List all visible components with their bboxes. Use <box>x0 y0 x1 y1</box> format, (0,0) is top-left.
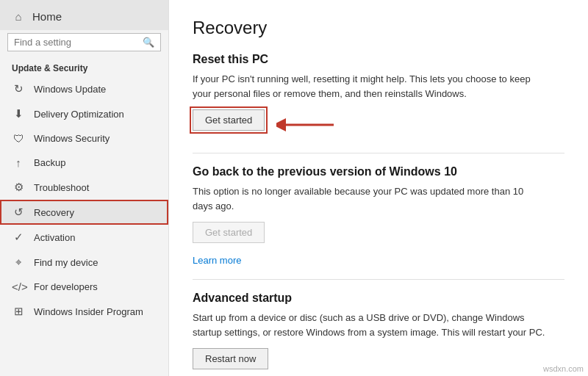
sidebar-item-for-developers[interactable]: </> For developers <box>0 275 168 299</box>
advanced-startup-title: Advanced startup <box>193 292 564 305</box>
home-icon: ⌂ <box>12 10 25 23</box>
windows-insider-icon: ⊞ <box>12 305 25 318</box>
sidebar-item-delivery-optimization[interactable]: ⬇ Delivery Optimization <box>0 101 168 126</box>
red-arrow-icon <box>276 114 335 138</box>
sidebar-item-windows-security[interactable]: 🛡 Windows Security <box>0 126 168 151</box>
sidebar-item-label: Troubleshoot <box>34 182 89 193</box>
sidebar: ⌂ Home 🔍 Update & Security ↻ Windows Upd… <box>0 0 169 376</box>
go-back-desc: This option is no longer available becau… <box>193 184 545 213</box>
advanced-startup-section: Advanced startup Start up from a device … <box>193 292 564 376</box>
advanced-startup-desc: Start up from a device or disc (such as … <box>193 311 545 339</box>
delivery-optimization-icon: ⬇ <box>12 107 25 120</box>
learn-more-link[interactable]: Learn more <box>193 255 564 266</box>
restart-now-button[interactable]: Restart now <box>193 348 268 369</box>
sidebar-item-activation[interactable]: ✓ Activation <box>0 225 168 250</box>
sidebar-item-label: For developers <box>34 281 98 292</box>
activation-icon: ✓ <box>12 231 25 244</box>
go-back-title: Go back to the previous version of Windo… <box>193 165 564 178</box>
sidebar-item-label: Recovery <box>34 207 74 218</box>
page-title: Recovery <box>193 18 564 38</box>
watermark: wsdxn.com <box>543 364 584 373</box>
main-content: Recovery Reset this PC If your PC isn't … <box>169 0 588 376</box>
search-input[interactable] <box>14 37 143 48</box>
go-back-button: Get started <box>193 222 265 243</box>
search-box[interactable]: 🔍 <box>7 33 161 51</box>
get-started-button[interactable]: Get started <box>193 109 265 131</box>
reset-pc-desc: If your PC isn't running well, resetting… <box>193 72 545 101</box>
reset-pc-title: Reset this PC <box>193 53 564 66</box>
windows-security-icon: 🛡 <box>12 132 25 145</box>
go-back-section: Go back to the previous version of Windo… <box>193 165 564 266</box>
find-my-device-icon: ⌖ <box>12 256 25 269</box>
troubleshoot-icon: ⚙ <box>12 181 25 194</box>
sidebar-section-label: Update & Security <box>0 59 168 76</box>
search-icon: 🔍 <box>143 37 154 48</box>
sidebar-item-backup[interactable]: ↑ Backup <box>0 151 168 175</box>
backup-icon: ↑ <box>12 156 25 169</box>
sidebar-item-label: Activation <box>34 232 75 243</box>
sidebar-home-label: Home <box>32 10 62 23</box>
reset-pc-btn-row: Get started <box>193 109 564 142</box>
windows-update-icon: ↻ <box>12 82 25 95</box>
sidebar-item-troubleshoot[interactable]: ⚙ Troubleshoot <box>0 175 168 200</box>
sidebar-item-label: Windows Insider Program <box>34 306 143 317</box>
sidebar-item-windows-insider[interactable]: ⊞ Windows Insider Program <box>0 299 168 324</box>
sidebar-item-label: Windows Security <box>34 133 110 144</box>
sidebar-item-windows-update[interactable]: ↻ Windows Update <box>0 76 168 101</box>
sidebar-item-label: Find my device <box>34 257 98 268</box>
sidebar-item-label: Backup <box>34 157 65 168</box>
divider-2 <box>193 279 564 280</box>
sidebar-item-label: Delivery Optimization <box>34 109 124 120</box>
reset-pc-section: Reset this PC If your PC isn't running w… <box>193 53 564 142</box>
sidebar-item-label: Windows Update <box>34 84 106 95</box>
sidebar-item-find-my-device[interactable]: ⌖ Find my device <box>0 250 168 275</box>
sidebar-item-recovery[interactable]: ↺ Recovery <box>0 200 168 225</box>
recovery-icon: ↺ <box>12 206 25 219</box>
for-developers-icon: </> <box>12 281 25 293</box>
divider-1 <box>193 153 564 153</box>
sidebar-home-button[interactable]: ⌂ Home <box>0 0 168 30</box>
